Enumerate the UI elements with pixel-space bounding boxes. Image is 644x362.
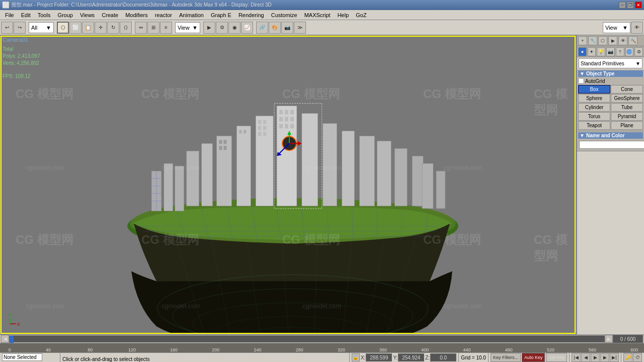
menu-help[interactable]: Help xyxy=(335,12,352,19)
named-views-button[interactable]: 👁 xyxy=(631,22,643,34)
torus-button[interactable]: Torus xyxy=(578,112,610,121)
z-input[interactable] xyxy=(430,353,456,361)
menu-reactor[interactable]: reactor xyxy=(152,12,175,19)
display-icon[interactable]: 👁 xyxy=(618,36,627,45)
menu-file[interactable]: File xyxy=(2,12,17,19)
select-by-name-button[interactable]: 📋 xyxy=(82,22,94,34)
menu-customize[interactable]: Customize xyxy=(268,12,300,19)
menu-group[interactable]: Group xyxy=(54,12,76,19)
tick-40: 40 xyxy=(46,347,51,352)
material-editor-button[interactable]: ◉ xyxy=(228,22,240,34)
hierarchy-icon[interactable]: ⬡ xyxy=(598,36,607,45)
redo-button[interactable]: ↪ xyxy=(14,22,26,34)
systems-icon[interactable]: ⚙ xyxy=(634,47,643,56)
modify-icon[interactable]: 🔧 xyxy=(588,36,597,45)
select-region-button[interactable]: ⬜ xyxy=(69,22,82,34)
auto-key-button[interactable]: Auto Key xyxy=(522,353,545,362)
viewport[interactable]: Camera01 Total Polys: 2,413,097 Verts: 4… xyxy=(0,35,576,334)
shapes-icon[interactable]: ✦ xyxy=(588,47,596,56)
lock-icon[interactable]: 🔓 xyxy=(352,353,360,361)
reference-dropdown[interactable]: View ▼ xyxy=(175,22,200,33)
render-button[interactable]: ▶ xyxy=(203,22,215,34)
menu-create[interactable]: Create xyxy=(99,12,121,19)
prev-frame-button[interactable]: ◀ xyxy=(581,353,590,362)
primitives-dropdown[interactable]: Standard Primitives ▼ xyxy=(579,58,642,68)
mirror-button[interactable]: ⇔ xyxy=(135,22,147,34)
menu-edit[interactable]: Edit xyxy=(18,12,34,19)
geosphere-button[interactable]: GeoSphere xyxy=(611,94,643,103)
cylinder-button[interactable]: Cylinder xyxy=(578,103,610,112)
key-filters-button[interactable]: Key Filters... xyxy=(491,353,521,362)
key-mode-button[interactable]: 🔑 xyxy=(623,353,632,362)
menu-animation[interactable]: Animation xyxy=(176,12,207,19)
object-type-header[interactable]: ▼ Object Type xyxy=(578,70,643,77)
more-button[interactable]: ≫ xyxy=(294,22,306,34)
menu-goz[interactable]: GoZ xyxy=(353,12,369,19)
viewport-label: Camera01 xyxy=(3,37,28,43)
helpers-icon[interactable]: ? xyxy=(616,47,624,56)
go-start-button[interactable]: |◀ xyxy=(572,353,581,362)
select-rotate-button[interactable]: ↻ xyxy=(107,22,119,34)
fps-overlay: FPS: 108.12 xyxy=(3,73,31,79)
select-object-button[interactable]: ⬡ xyxy=(57,22,69,34)
color-clipboard-button[interactable]: 🎨 xyxy=(269,22,281,34)
z-label: Z: xyxy=(425,355,430,360)
svg-rect-23 xyxy=(279,110,283,115)
lights-icon[interactable]: 💡 xyxy=(597,47,605,56)
select-move-button[interactable]: ✛ xyxy=(95,22,107,34)
sphere-button[interactable]: Sphere xyxy=(578,94,610,103)
align-button[interactable]: ⊞ xyxy=(147,22,159,34)
geometry-icon[interactable]: ● xyxy=(578,47,587,56)
close-button[interactable]: ✕ xyxy=(635,2,642,9)
svg-rect-14 xyxy=(244,130,246,133)
titlebar-right[interactable]: − ❐ ✕ xyxy=(619,2,642,9)
timeline-next-button[interactable]: ▶ xyxy=(605,335,613,343)
selection-filter-dropdown[interactable]: All ▼ xyxy=(29,22,54,33)
x-input[interactable] xyxy=(366,353,392,361)
minimize-button[interactable]: − xyxy=(619,2,626,9)
name-color-header[interactable]: ▼ Name and Color xyxy=(578,132,643,139)
schematic-button[interactable]: 🔗 xyxy=(256,22,268,34)
menu-tools[interactable]: Tools xyxy=(35,12,54,19)
pyramid-button[interactable]: Pyramid xyxy=(611,112,643,121)
next-frame-button[interactable]: ▶ xyxy=(600,353,609,362)
restore-button[interactable]: ❐ xyxy=(627,2,634,9)
menu-maxscript[interactable]: MAXScript xyxy=(301,12,334,19)
menu-graph-editors[interactable]: Graph E xyxy=(208,12,234,19)
box-button[interactable]: Box xyxy=(578,85,610,94)
go-end-button[interactable]: ▶| xyxy=(610,353,619,362)
plane-button[interactable]: Plane xyxy=(611,121,643,130)
timeline-track[interactable] xyxy=(9,335,605,342)
cone-button[interactable]: Cone xyxy=(611,85,643,94)
play-button[interactable]: ▶ xyxy=(591,353,600,362)
svg-rect-36 xyxy=(187,151,199,206)
menu-rendering[interactable]: Rendering xyxy=(235,12,267,19)
spacewarps-icon[interactable]: 🌀 xyxy=(625,47,634,56)
set-key-button[interactable]: Set Key xyxy=(546,353,567,362)
timeline-prev-button[interactable]: ◀ xyxy=(1,335,9,343)
menu-views[interactable]: Views xyxy=(77,12,98,19)
create-icon[interactable]: + xyxy=(578,36,587,45)
section-title: Object Type xyxy=(586,71,615,76)
y-input[interactable] xyxy=(398,353,424,361)
cameras-icon[interactable]: 📷 xyxy=(606,47,615,56)
status-hint: Click or click-and-drag to select object… xyxy=(62,356,149,362)
teapot-button[interactable]: Teapot xyxy=(578,121,610,130)
undo-button[interactable]: ↩ xyxy=(1,22,13,34)
curve-editor-button[interactable]: 📈 xyxy=(241,22,253,34)
name-input[interactable] xyxy=(579,141,644,149)
autogrid-checkbox[interactable] xyxy=(578,78,584,84)
view-dropdown-right[interactable]: View ▼ xyxy=(603,22,630,33)
render-setup-button[interactable]: ⚙ xyxy=(216,22,228,34)
motion-icon[interactable]: ▶ xyxy=(608,36,617,45)
layer-manager-button[interactable]: ≡ xyxy=(160,22,172,34)
svg-rect-20 xyxy=(258,132,261,136)
menu-modifiers[interactable]: Modifiers xyxy=(122,12,151,19)
tick-200: 200 xyxy=(212,347,219,352)
svg-rect-19 xyxy=(263,126,266,130)
tube-button[interactable]: Tube xyxy=(611,103,643,112)
select-scale-button[interactable]: ⟨⟩ xyxy=(120,22,132,34)
utilities-icon[interactable]: 🔨 xyxy=(628,36,637,45)
time-config-button[interactable]: ⏱ xyxy=(633,353,642,362)
capture-button[interactable]: 📷 xyxy=(281,22,293,34)
